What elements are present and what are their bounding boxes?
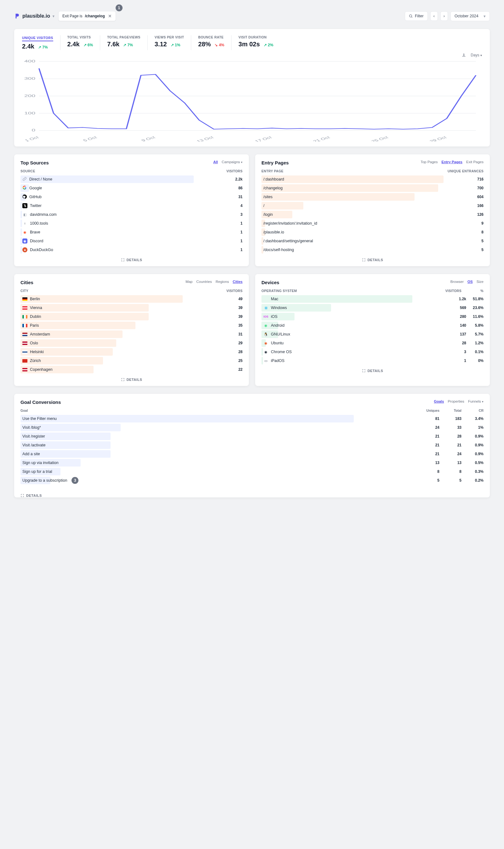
entry-page-row[interactable]: / 166 (262, 202, 484, 210)
goal-row[interactable]: Visit /activate 21 21 0.9% (20, 441, 484, 449)
tab-top-pages[interactable]: Top Pages (420, 160, 437, 164)
metric-total-pageviews[interactable]: TOTAL PAGEVIEWS 7.6k ↗ 7% (100, 35, 148, 50)
details-button[interactable]: DETAILS (362, 369, 383, 373)
city-row[interactable]: Zürich 25 (20, 357, 242, 364)
entry-page-row[interactable]: /login 126 (262, 211, 484, 218)
os-row[interactable]: Mac 1.2k 51.8% (262, 295, 484, 303)
tab-os[interactable]: OS (467, 280, 473, 284)
entry-page-row[interactable]: /sites 604 (262, 193, 484, 201)
goals-panel: Goal Conversions Goals Properties Funnel… (14, 394, 490, 498)
tab-goals[interactable]: Goals (434, 399, 444, 403)
city-row[interactable]: Dublin 39 (20, 313, 242, 320)
tab-exit-pages[interactable]: Exit Pages (466, 160, 484, 164)
os-row[interactable]: 🐧GNU/Linux 137 5.7% (262, 330, 484, 338)
source-row[interactable]: ◧davidmma.com 3 (20, 211, 242, 218)
goal-row[interactable]: Visit /register 21 28 0.9% (20, 433, 484, 440)
os-name: GNU/Linux (271, 332, 290, 337)
goal-row[interactable]: Visit /blog* 24 33 1% (20, 424, 484, 431)
goal-row[interactable]: Sign up via invitation 13 13 0.5% (20, 459, 484, 467)
metric-unique-visitors[interactable]: UNIQUE VISITORS 2.4k ↗ 7% (22, 35, 60, 50)
entry-page-row[interactable]: /changelog 700 (262, 184, 484, 192)
close-icon[interactable]: ✕ (108, 14, 112, 19)
panel-title: Top Sources (20, 160, 49, 165)
city-row[interactable]: Helsinki 28 (20, 348, 242, 356)
os-row[interactable]: ◉Ubuntu 28 1.2% (262, 339, 484, 347)
filter-button[interactable]: Filter (405, 11, 428, 21)
source-name: DuckDuckGo (30, 248, 53, 252)
ubuntu-icon: ◉ (263, 341, 268, 346)
source-row[interactable]: Google 86 (20, 184, 242, 192)
site-selector[interactable]: plausible.io ▾ (14, 13, 54, 19)
os-row[interactable]: ◉Android 140 5.8% (262, 322, 484, 329)
entry-page-row[interactable]: /docs/self-hosting 5 (262, 246, 484, 254)
interval-selector[interactable]: Days ▾ (471, 53, 482, 57)
details-button[interactable]: DETAILS (20, 494, 484, 498)
os-row[interactable]: iOSiOS 280 11.6% (262, 313, 484, 320)
os-percent: 11.6% (466, 314, 484, 319)
city-row[interactable]: Vienna 39 (20, 304, 242, 311)
expand-icon (362, 369, 366, 373)
prev-period-button[interactable]: ‹ (430, 11, 438, 21)
source-row[interactable]: ◉Brave 1 (20, 229, 242, 236)
source-row[interactable]: ●DuckDuckGo 1 (20, 246, 242, 254)
entry-page-path: /:dashboard (263, 177, 284, 181)
tab-entry-pages[interactable]: Entry Pages (442, 160, 463, 164)
city-row[interactable]: Oslo 29 (20, 339, 242, 347)
next-period-button[interactable]: › (440, 11, 448, 21)
goal-uniques: 13 (417, 460, 439, 465)
goal-row[interactable]: Use the Filter menu 81 183 3.4% (20, 415, 484, 422)
source-name: Brave (30, 230, 40, 234)
period-selector[interactable]: October 2024 ▾ (450, 11, 490, 21)
entry-page-row[interactable]: /:dashboard 716 (262, 176, 484, 183)
tab-all[interactable]: All (213, 160, 218, 164)
tab-funnels[interactable]: Funnels ▾ (468, 399, 484, 403)
tab-regions[interactable]: Regions (215, 280, 229, 284)
os-row[interactable]: ◉Chrome OS 3 0.1% (262, 348, 484, 356)
entry-page-path: /plausible.io (263, 230, 284, 234)
tab-properties[interactable]: Properties (448, 399, 464, 403)
tab-map[interactable]: Map (185, 280, 193, 284)
details-button[interactable]: DETAILS (121, 378, 142, 381)
details-button[interactable]: DETAILS (362, 258, 383, 262)
goal-row[interactable]: Add a site 21 24 0.9% (20, 450, 484, 458)
metric-bounce-rate[interactable]: BOUNCE RATE 28% ↘ 4% (191, 35, 232, 50)
metric-visit-duration[interactable]: VISIT DURATION 3m 02s ↗ 2% (232, 35, 280, 50)
entry-page-row[interactable]: /:dashboard/settings/general 5 (262, 237, 484, 245)
details-button[interactable]: DETAILS (121, 258, 142, 262)
filter-chip[interactable]: Exit Page is /changelog ✕ 1 (58, 11, 116, 21)
metric-total-visits[interactable]: TOTAL VISITS 2.4k ↗ 6% (60, 35, 101, 50)
os-row[interactable]: ▭iPadOS 1 0% (262, 357, 484, 364)
entry-page-path: /login (263, 212, 273, 217)
city-row[interactable]: Amsterdam 31 (20, 330, 242, 338)
metric-views-per-visit[interactable]: VIEWS PER VISIT 3.12 ↗ 1% (148, 35, 192, 50)
svg-line-1 (411, 17, 412, 18)
discord-icon: ◉ (22, 238, 28, 243)
goal-row[interactable]: Sign up for a trial 8 8 0.3% (20, 468, 484, 475)
x-icon: 𝕏 (22, 203, 28, 208)
source-row[interactable]: GitHub 31 (20, 193, 242, 201)
goal-row[interactable]: Upgrade to a subscription3 5 5 0.2% (20, 477, 484, 484)
goal-cr: 0.9% (462, 443, 484, 447)
goal-cr: 0.9% (462, 434, 484, 438)
tab-cities[interactable]: Cities (233, 280, 242, 284)
tab-size[interactable]: Size (476, 280, 484, 284)
os-row[interactable]: ⊞Windows 569 23.6% (262, 304, 484, 311)
source-row[interactable]: Direct / None 2.2k (20, 176, 242, 183)
entry-page-row[interactable]: /plausible.io 8 (262, 229, 484, 236)
source-row[interactable]: 𝕏Twitter 4 (20, 202, 242, 210)
source-row[interactable]: ↑1000.tools 1 (20, 220, 242, 227)
entry-page-entrances: 9 (468, 221, 484, 225)
devices-panel: Devices Browser OS Size Operating system… (255, 274, 490, 386)
os-visitors: 137 (450, 332, 466, 337)
entry-page-row[interactable]: /register/invitation/:invitation_id 9 (262, 220, 484, 227)
tab-countries[interactable]: Countries (196, 280, 212, 284)
city-row[interactable]: Berlin 49 (20, 295, 242, 303)
download-icon[interactable] (462, 53, 466, 57)
source-row[interactable]: ◉Discord 1 (20, 237, 242, 245)
col-goal: Goal (20, 409, 417, 412)
col-visitors: Visitors (445, 289, 462, 293)
tab-campaigns[interactable]: Campaigns ▾ (222, 160, 242, 164)
city-row[interactable]: Paris 35 (20, 322, 242, 329)
city-row[interactable]: Copenhagen 22 (20, 366, 242, 373)
tab-browser[interactable]: Browser (450, 280, 464, 284)
